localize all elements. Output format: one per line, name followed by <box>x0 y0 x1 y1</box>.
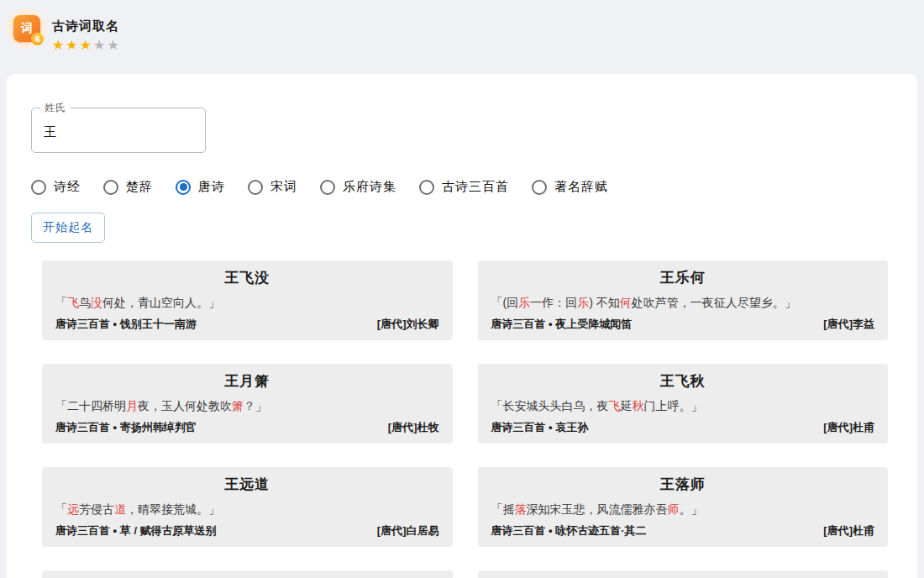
category-radio-option[interactable]: 著名辞赋 <box>532 179 608 195</box>
name-result-card: 王落师 「摇落深知宋玉悲，风流儒雅亦吾师。」 唐诗三百首 • 咏怀古迹五首·其二… <box>478 467 889 547</box>
rating-stars: ★★★★★ <box>52 39 121 52</box>
poem-source: 唐诗三百首 • 饯别王十一南游 <box>55 317 197 332</box>
radio-option-label: 诗经 <box>54 179 81 195</box>
name-result-card: 王月箫 「二十四桥明月夜，玉人何处教吹箫？」 唐诗三百首 • 寄扬州韩绰判官 [… <box>42 364 453 444</box>
quote-text: 「摇 <box>491 502 515 516</box>
category-radio-option[interactable]: 宋词 <box>248 179 297 195</box>
name-character-highlight: 没 <box>91 296 102 309</box>
star-icon: ★ <box>80 38 93 52</box>
name-character-highlight: 月 <box>126 399 138 412</box>
generated-name: 王乐何 <box>491 268 875 288</box>
poem-source: 唐诗三百首 • 哀王孙 <box>491 420 589 435</box>
quote-text: 「 <box>55 502 67 516</box>
poem-source: 唐诗三百首 • 寄扬州韩绰判官 <box>55 420 197 435</box>
star-icon: ★ <box>93 38 107 52</box>
category-radio-group: 诗经 楚辞 唐诗 宋词 乐府诗集 古诗三百首 著名辞赋 <box>31 179 917 195</box>
title-block: 古诗词取名 ★★★★★ <box>52 18 121 52</box>
quote-text: 芳侵古 <box>79 502 114 516</box>
name-character-highlight: 秋 <box>633 399 644 412</box>
radio-option-label: 宋词 <box>270 179 297 195</box>
poem-quote: 「(回乐一作：回乐) 不知何处吹芦管，一夜征人尽望乡。」 <box>491 294 875 311</box>
category-radio-option[interactable]: 楚辞 <box>103 179 153 195</box>
name-character-highlight: 师 <box>668 502 680 516</box>
radio-option-label: 古诗三百首 <box>442 179 509 195</box>
quote-text: 延 <box>621 399 633 412</box>
surname-field[interactable]: 姓氏 <box>31 108 206 153</box>
page-title: 古诗词取名 <box>52 18 121 34</box>
quote-text: 「长安城头头白乌，夜 <box>491 399 609 412</box>
poem-author: [唐代]杜甫 <box>823 523 874 539</box>
poem-source-row: 唐诗三百首 • 哀王孙 [唐代]杜甫 <box>491 420 875 435</box>
app-logo: 词 名 <box>7 8 47 49</box>
category-radio-option[interactable]: 乐府诗集 <box>320 179 396 195</box>
app-header: 词 名 古诗词取名 ★★★★★ <box>0 0 924 74</box>
name-result-card-partial <box>478 570 889 578</box>
radio-option-label: 唐诗 <box>198 179 225 195</box>
name-character-highlight: 何 <box>620 296 632 309</box>
start-naming-button[interactable]: 开始起名 <box>31 213 105 243</box>
quote-text: 。」 <box>680 502 703 516</box>
poem-quote: 「远芳侵古道，晴翠接荒城。」 <box>55 501 439 518</box>
generated-name: 王飞没 <box>55 268 439 288</box>
radio-button-icon[interactable] <box>103 180 118 195</box>
category-radio-option[interactable]: 诗经 <box>31 179 81 195</box>
logo-badge-char: 名 <box>31 33 44 45</box>
star-icon: ★ <box>52 38 66 52</box>
star-icon: ★ <box>66 38 79 52</box>
radio-option-label: 著名辞赋 <box>554 179 608 195</box>
name-character-highlight: 乐 <box>518 296 530 309</box>
poem-author: [唐代]李益 <box>823 317 874 332</box>
name-result-card: 王飞没 「飞鸟没何处，青山空向人。」 唐诗三百首 • 饯别王十一南游 [唐代]刘… <box>42 260 453 340</box>
name-result-card: 王飞秋 「长安城头头白乌，夜飞延秋门上呼。」 唐诗三百首 • 哀王孙 [唐代]杜… <box>478 364 889 444</box>
generated-name: 王落师 <box>491 475 875 495</box>
quote-text: 鸟 <box>79 296 91 309</box>
generated-name: 王月箫 <box>55 371 439 391</box>
poem-author: [唐代]刘长卿 <box>377 317 439 332</box>
logo-main-char: 词 <box>21 21 33 36</box>
poem-quote: 「长安城头头白乌，夜飞延秋门上呼。」 <box>491 397 875 414</box>
name-result-card: 王远道 「远芳侵古道，晴翠接荒城。」 唐诗三百首 • 草 / 赋得古原草送别 [… <box>42 467 453 547</box>
main-panel: 姓氏 诗经 楚辞 唐诗 宋词 乐府诗集 古诗三百首 著名辞赋 开始起名 王飞没 … <box>7 74 917 578</box>
poem-source-row: 唐诗三百首 • 寄扬州韩绰判官 [唐代]杜牧 <box>55 420 439 435</box>
category-radio-option[interactable]: 古诗三百首 <box>419 179 509 195</box>
poem-quote: 「飞鸟没何处，青山空向人。」 <box>55 294 439 311</box>
radio-button-icon[interactable] <box>31 180 46 195</box>
quote-text: 处吹芦管，一夜征人尽望乡。」 <box>632 296 796 309</box>
radio-button-icon[interactable] <box>176 180 191 195</box>
generated-name: 王飞秋 <box>491 371 875 391</box>
name-character-highlight: 箫 <box>232 399 244 412</box>
name-character-highlight: 远 <box>67 502 79 516</box>
quote-text: ) 不知 <box>589 296 620 309</box>
name-character-highlight: 落 <box>515 502 527 516</box>
surname-field-label: 姓氏 <box>40 101 71 115</box>
poem-source-row: 唐诗三百首 • 咏怀古迹五首·其二 [唐代]杜甫 <box>491 523 875 539</box>
quote-text: 一作：回 <box>530 296 577 309</box>
generated-name: 王远道 <box>55 475 439 495</box>
star-icon: ★ <box>107 38 120 52</box>
quote-text: 「(回 <box>491 296 519 309</box>
quote-text: 深知宋玉悲，风流儒雅亦吾 <box>527 502 668 516</box>
name-character-highlight: 乐 <box>577 296 589 309</box>
quote-text: 夜，玉人何处教吹 <box>138 399 232 412</box>
poem-source: 唐诗三百首 • 草 / 赋得古原草送别 <box>55 523 217 539</box>
name-result-card-partial <box>42 570 453 578</box>
quote-text: 何处，青山空向人。」 <box>102 296 220 309</box>
name-character-highlight: 飞 <box>609 399 621 412</box>
quote-text: 「二十四桥明 <box>55 399 126 412</box>
poem-source-row: 唐诗三百首 • 饯别王十一南游 [唐代]刘长卿 <box>55 317 439 332</box>
poem-source: 唐诗三百首 • 咏怀古迹五首·其二 <box>491 523 647 539</box>
poem-source-row: 唐诗三百首 • 夜上受降城闻笛 [唐代]李益 <box>491 317 875 332</box>
quote-text: 「 <box>55 296 67 309</box>
quote-text: ，晴翠接荒城。」 <box>126 502 220 516</box>
radio-button-icon[interactable] <box>248 180 263 195</box>
category-radio-option[interactable]: 唐诗 <box>176 179 225 195</box>
name-result-card: 王乐何 「(回乐一作：回乐) 不知何处吹芦管，一夜征人尽望乡。」 唐诗三百首 •… <box>478 260 889 340</box>
name-character-highlight: 飞 <box>67 296 79 309</box>
radio-button-icon[interactable] <box>320 180 335 195</box>
poem-quote: 「摇落深知宋玉悲，风流儒雅亦吾师。」 <box>491 501 875 518</box>
radio-button-icon[interactable] <box>419 180 434 195</box>
radio-button-icon[interactable] <box>532 180 547 195</box>
poem-author: [唐代]杜甫 <box>823 420 874 435</box>
poem-author: [唐代]白居易 <box>377 523 439 539</box>
quote-text: ？」 <box>244 399 267 412</box>
